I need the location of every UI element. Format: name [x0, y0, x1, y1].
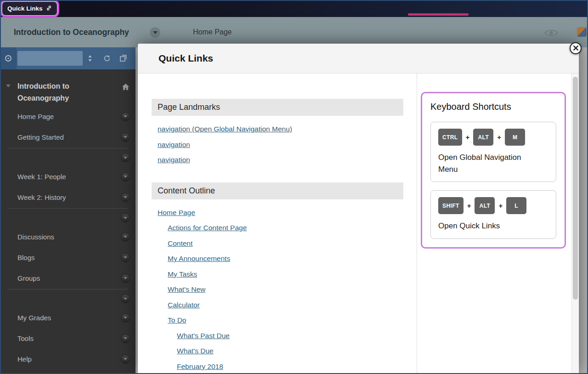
- section-header-page-landmarks: Page Landmarks: [152, 99, 403, 116]
- chain-link-icon: [46, 5, 52, 12]
- outline-link-whats-new[interactable]: What's New: [168, 282, 205, 297]
- quick-links-button-label: Quick Links: [7, 5, 43, 12]
- outline-link-february-2018[interactable]: February 2018: [177, 359, 223, 374]
- shortcut-description: Open Global Navigation Menu: [438, 152, 537, 175]
- key-ctrl: CTRL: [438, 129, 462, 146]
- quick-links-dialog: Quick Links Page Landmarks navigation (O…: [138, 44, 579, 374]
- shortcuts-column: Keyboard Shortcuts CTRL + ALT + M Open G…: [421, 92, 566, 249]
- keyboard-shortcuts-title: Keyboard Shortcuts: [430, 100, 556, 113]
- landmark-link-navigation-2[interactable]: navigation: [158, 137, 190, 153]
- key-shift: SHIFT: [438, 197, 464, 214]
- key-combo: CTRL + ALT + M: [438, 129, 548, 146]
- key-l: L: [506, 197, 526, 214]
- outline-link-my-announcements[interactable]: My Announcements: [168, 251, 230, 266]
- panel-divider: [417, 74, 417, 374]
- plus-separator: +: [498, 202, 503, 210]
- dialog-body: Page Landmarks navigation (Open Global N…: [138, 74, 579, 374]
- quick-links-button[interactable]: Quick Links: [2, 2, 57, 15]
- outline-link-actions-for-content-page[interactable]: Actions for Content Page: [168, 220, 247, 236]
- close-button[interactable]: [570, 42, 582, 54]
- scrollbar[interactable]: [571, 74, 578, 374]
- section-header-content-outline: Content Outline: [152, 182, 403, 199]
- scrollbar-thumb[interactable]: [573, 77, 578, 300]
- key-alt: ALT: [475, 197, 495, 214]
- outline-link-to-do[interactable]: To Do: [168, 312, 187, 328]
- quick-links-content: Page Landmarks navigation (Open Global N…: [152, 99, 403, 374]
- landmark-links: navigation (Open Global Navigation Menu)…: [152, 121, 403, 168]
- outline-links: Home Page Actions for Content Page Conte…: [152, 205, 403, 374]
- plus-separator: +: [497, 133, 501, 141]
- key-m: M: [505, 129, 525, 146]
- outline-link-my-tasks[interactable]: My Tasks: [168, 266, 197, 282]
- keyboard-shortcuts-panel: Keyboard Shortcuts CTRL + ALT + M Open G…: [421, 92, 566, 249]
- key-combo: SHIFT + ALT + L: [438, 197, 548, 214]
- dialog-header: Quick Links: [138, 44, 579, 74]
- outline-link-whats-due[interactable]: What's Due: [177, 343, 214, 359]
- dialog-title: Quick Links: [158, 53, 213, 64]
- shortcut-description: Open Quick Links: [438, 220, 537, 232]
- landmark-link-navigation-global[interactable]: navigation (Open Global Navigation Menu): [158, 121, 292, 137]
- outline-link-content[interactable]: Content: [168, 236, 192, 251]
- plus-separator: +: [466, 133, 470, 141]
- key-alt: ALT: [473, 129, 493, 146]
- shortcut-card-global-navigation: CTRL + ALT + M Open Global Navigation Me…: [430, 122, 556, 182]
- outline-link-whats-past-due[interactable]: What's Past Due: [177, 328, 230, 344]
- outline-link-calculator[interactable]: Calculator: [168, 297, 200, 313]
- close-icon: [573, 45, 578, 52]
- plus-separator: +: [467, 202, 471, 210]
- shortcut-card-quick-links: SHIFT + ALT + L Open Quick Links: [430, 190, 556, 239]
- outline-link-home-page[interactable]: Home Page: [158, 205, 195, 221]
- landmark-link-navigation-3[interactable]: navigation: [158, 152, 190, 168]
